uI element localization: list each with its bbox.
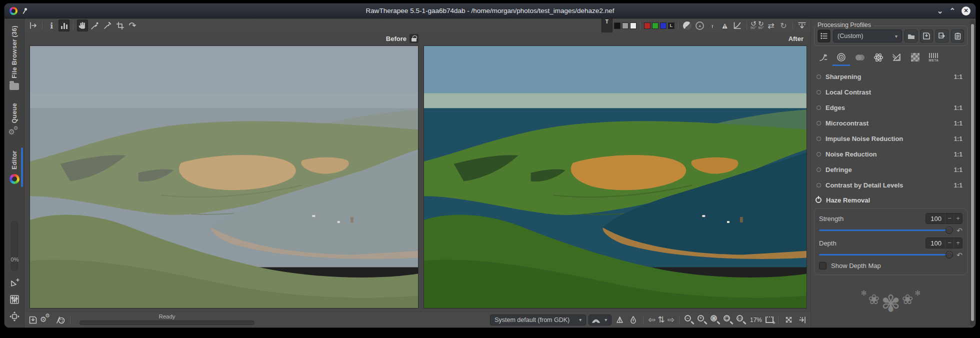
zoom-fit-icon[interactable]: ▢ [723, 314, 734, 325]
sharpening-mask-icon[interactable]: ▲ [694, 20, 706, 32]
tool-row-haze-removal[interactable]: Haze Removal [814, 193, 968, 207]
reset-icon[interactable]: ↶ [956, 252, 962, 258]
after-image[interactable] [424, 46, 807, 308]
decrement-button[interactable]: − [945, 238, 954, 248]
panel-scrollbar[interactable] [970, 20, 975, 326]
increment-button[interactable]: + [954, 214, 962, 224]
power-toggle-icon[interactable] [816, 106, 821, 110]
toggle-top-panel-icon[interactable] [796, 20, 808, 32]
decrement-button[interactable]: − [945, 214, 954, 224]
slider-handle[interactable] [946, 226, 953, 234]
zoom-100-icon[interactable]: 1:1 [736, 314, 746, 325]
zoom-out-icon[interactable]: − [684, 314, 694, 325]
tab-color[interactable] [851, 50, 868, 66]
previous-image-icon[interactable]: ⇦ [648, 314, 655, 325]
toggle-left-panel-icon[interactable] [28, 20, 38, 32]
navigator-move-icon[interactable] [9, 311, 20, 322]
sidebar-tab-file-browser[interactable]: File Browser (36) [10, 26, 19, 90]
preview-scale-icon[interactable] [732, 20, 743, 32]
detach-preview-icon[interactable]: + [766, 316, 774, 323]
tool-row-local-contrast[interactable]: Local Contrast [814, 84, 968, 100]
rotate-left-90-icon[interactable]: ↺90° [750, 21, 756, 30]
edit-external-icon[interactable] [54, 314, 66, 326]
next-image-icon[interactable]: ⇨ [668, 314, 674, 325]
add-detail-window-icon[interactable] [10, 278, 20, 288]
tab-transform[interactable] [888, 50, 906, 66]
profile-select[interactable]: (Custom) ▾ [833, 30, 902, 42]
white-balance-picker-icon[interactable] [90, 20, 100, 32]
tool-row-microcontrast[interactable]: Microcontrast 1:1 [814, 116, 968, 131]
channel-red-icon[interactable] [644, 22, 650, 29]
swap-before-after-icon[interactable]: ⇅ [658, 314, 664, 325]
tool-row-edges[interactable]: Edges 1:1 [814, 100, 968, 116]
load-profile-button[interactable] [904, 30, 918, 42]
lock-before-button[interactable] [410, 34, 418, 43]
power-toggle-icon[interactable] [816, 168, 821, 172]
pin-icon[interactable] [22, 7, 28, 14]
tool-row-sharpening[interactable]: Sharpening 1:1 [814, 69, 968, 84]
monitor-profile-select[interactable]: System default (from GDK) ▾ [490, 314, 586, 326]
power-toggle-icon[interactable] [816, 90, 821, 94]
power-toggle-icon[interactable] [816, 136, 821, 141]
tool-row-defringe[interactable]: Defringe 1:1 [814, 162, 968, 178]
fullscreen-icon[interactable] [783, 314, 794, 326]
power-toggle-icon[interactable] [816, 74, 821, 79]
channel-luminosity-icon[interactable]: L [668, 22, 674, 29]
tab-advanced[interactable] [870, 50, 887, 66]
preview-bg-white-icon[interactable] [630, 22, 636, 29]
fine-rotation-icon[interactable]: ↻ [778, 20, 789, 32]
preview-bg-dark-icon[interactable] [614, 22, 620, 29]
queue-processing-icon[interactable]: ⚙⚙ [41, 314, 52, 326]
tab-metadata[interactable]: META [925, 50, 942, 66]
power-toggle-icon[interactable] [816, 121, 821, 126]
channel-blue-icon[interactable] [660, 22, 666, 29]
toggle-right-panel-icon[interactable] [796, 314, 808, 326]
shadow-clipping-icon[interactable]: ▲! [707, 20, 718, 30]
reset-icon[interactable]: ↶ [956, 227, 962, 234]
tab-detail[interactable] [832, 50, 850, 66]
hand-tool-icon[interactable] [77, 20, 88, 32]
minimize-button[interactable]: ⌄ [937, 7, 944, 14]
rotate-right-90-icon[interactable]: ↻90° [758, 21, 764, 30]
crop-tool-icon[interactable] [114, 20, 126, 32]
focus-mask-icon[interactable] [682, 20, 693, 32]
channel-green-icon[interactable] [652, 22, 658, 29]
histogram-panel-toggle-icon[interactable] [58, 20, 70, 32]
zoom-fit-crop-icon[interactable]: ▣ [710, 314, 720, 325]
strength-spinbox[interactable]: 100 − + [926, 213, 962, 224]
gamut-check-icon[interactable] [628, 314, 638, 326]
slider-handle[interactable] [946, 251, 953, 258]
preview-bg-gray-icon[interactable] [622, 22, 628, 29]
flip-horizontal-icon[interactable]: ⇄ [766, 20, 776, 32]
sidebar-tab-editor[interactable]: Editor [10, 150, 20, 184]
color-picker-icon[interactable] [102, 20, 113, 32]
highlight-clipping-icon[interactable]: ▲! [720, 20, 730, 30]
straighten-tool-icon[interactable]: ↷ [127, 20, 138, 32]
soft-proofing-icon[interactable] [614, 314, 625, 326]
tool-row-impulse-noise-reduction[interactable]: Impulse Noise Reduction 1:1 [814, 131, 968, 146]
filmstrip-settings-icon[interactable] [9, 294, 20, 305]
save-profile-button[interactable] [920, 30, 933, 42]
tab-raw[interactable] [906, 50, 924, 66]
zoom-in-icon[interactable]: + [697, 314, 708, 325]
before-image[interactable] [30, 46, 418, 308]
strength-slider[interactable] [819, 226, 953, 234]
tool-row-noise-reduction[interactable]: Noise Reduction 1:1 [814, 146, 968, 162]
tab-exposure[interactable] [814, 50, 832, 66]
close-button[interactable]: ✕ [962, 6, 970, 16]
increment-button[interactable]: + [954, 238, 962, 248]
profile-fill-mode-button[interactable] [818, 30, 830, 42]
image-info-icon[interactable]: ℹ [46, 20, 57, 32]
power-toggle-icon[interactable] [816, 183, 821, 188]
save-image-icon[interactable] [28, 314, 38, 326]
sidebar-tab-queue[interactable]: Queue ⚙⚙ [10, 103, 20, 138]
depth-spinbox[interactable]: 100 − + [926, 238, 962, 248]
depth-slider[interactable] [819, 251, 953, 258]
rendering-intent-select[interactable]: ▾ [588, 314, 612, 326]
maximize-button[interactable]: ⌃ [949, 7, 956, 14]
top-bar-toggle-button[interactable]: T [602, 18, 612, 33]
copy-profile-button[interactable] [936, 30, 948, 42]
power-toggle-icon[interactable] [816, 152, 821, 156]
paste-profile-button[interactable] [951, 30, 964, 42]
power-on-icon[interactable] [816, 197, 822, 203]
